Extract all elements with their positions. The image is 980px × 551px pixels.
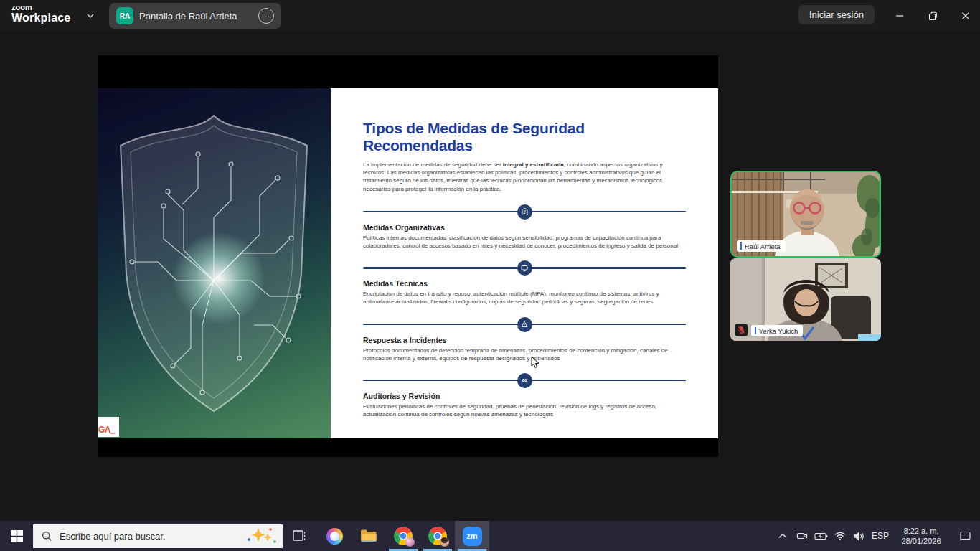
chrome-profile-badge xyxy=(405,537,415,547)
shared-screen: GA_ Tipos de Medidas de Seguridad Recome… xyxy=(98,55,718,457)
clipboard-icon xyxy=(517,204,532,220)
minimize-button[interactable] xyxy=(884,0,915,32)
meet-now-camera-icon[interactable] xyxy=(792,521,811,551)
bing-sparkle-icon xyxy=(245,527,277,545)
ga-logo-text: GA_ xyxy=(98,425,115,435)
clock-time: 8:22 a. m. xyxy=(904,526,939,536)
slide-content: Tipos de Medidas de Seguridad Recomendad… xyxy=(331,88,718,438)
section-body: Políticas internas documentadas, clasifi… xyxy=(363,234,686,250)
close-button[interactable] xyxy=(950,0,980,32)
windows-taskbar: zm ESP 8: xyxy=(0,521,980,551)
video-tile-yerka[interactable]: Yerka Yukich xyxy=(730,258,881,341)
section-divider xyxy=(363,260,686,276)
chrome-profile-badge xyxy=(440,537,449,547)
search-icon xyxy=(42,531,52,542)
section-divider: ∞ xyxy=(363,373,686,388)
avatar: RA xyxy=(116,7,133,24)
section-heading: Respuesta a Incidentes xyxy=(363,336,686,344)
section-heading: Auditorías y Revisión xyxy=(363,392,686,400)
file-explorer-icon[interactable] xyxy=(352,521,386,551)
video-tile-raul[interactable]: Raúl Arrieta xyxy=(730,171,881,258)
taskbar-search[interactable] xyxy=(33,524,283,548)
titlebar: zoom Workplace RA Pantalla de Raúl Arrie… xyxy=(0,0,980,32)
monitor-icon xyxy=(517,260,532,276)
chrome-profile-2-icon[interactable] xyxy=(420,521,455,551)
section-heading: Medidas Técnicas xyxy=(363,279,686,288)
hidden-icons-chevron[interactable] xyxy=(773,521,792,551)
section-body: Encriptación de datos en tránsito y repo… xyxy=(363,290,686,306)
name-accent-bar xyxy=(755,327,756,334)
start-button[interactable] xyxy=(0,521,33,551)
presentation-slide: GA_ Tipos de Medidas de Seguridad Recome… xyxy=(98,88,718,438)
participant-name-label: Yerka Yukich xyxy=(751,325,803,336)
section-heading: Medidas Organizativas xyxy=(363,223,686,232)
brand-bottom: Workplace xyxy=(11,12,70,24)
volume-icon[interactable] xyxy=(849,521,868,551)
participant-videos-panel: Raúl Arrieta xyxy=(730,171,881,341)
shield-artwork: GA_ xyxy=(98,88,331,438)
chevron-down-icon[interactable] xyxy=(86,10,95,19)
participant-name: Raúl Arrieta xyxy=(745,242,781,250)
mic-muted-icon xyxy=(735,324,748,336)
meeting-content-area: GA_ Tipos de Medidas de Seguridad Recome… xyxy=(0,32,980,521)
infinity-icon: ∞ xyxy=(517,373,532,388)
search-input[interactable] xyxy=(60,531,238,542)
mouse-cursor xyxy=(531,356,540,372)
alert-icon xyxy=(517,317,532,332)
section-body: Protocolos documentados de detección tem… xyxy=(363,347,686,362)
meeting-tab-title: Pantalla de Raúl Arrieta xyxy=(139,11,253,22)
brand-top: zoom xyxy=(11,4,70,12)
slide-intro: La implementación de medidas de segurida… xyxy=(363,161,686,193)
restore-button[interactable] xyxy=(917,0,948,32)
zoom-workplace-logo: zoom Workplace xyxy=(11,4,70,24)
ga-logo: GA_ xyxy=(98,417,119,437)
clock-date: 28/01/2026 xyxy=(901,536,941,546)
notification-center-icon[interactable] xyxy=(950,521,980,551)
slide-title: Tipos de Medidas de Seguridad Recomendad… xyxy=(363,120,686,154)
ellipsis-icon[interactable]: ... xyxy=(258,8,274,24)
participant-name: Yerka Yukich xyxy=(759,327,798,335)
participant-name-label: Raúl Arrieta xyxy=(737,240,786,252)
task-view-button[interactable] xyxy=(283,521,317,551)
language-indicator[interactable]: ESP xyxy=(868,521,892,551)
sign-in-button[interactable]: Iniciar sesión xyxy=(798,5,875,24)
chrome-profile-1-icon[interactable] xyxy=(386,521,420,551)
section-divider xyxy=(363,317,686,332)
zoom-workplace-window: zoom Workplace RA Pantalla de Raúl Arrie… xyxy=(0,0,980,551)
name-accent-bar xyxy=(740,242,742,250)
shield-glow xyxy=(172,232,265,325)
zoom-app-icon[interactable]: zm xyxy=(455,521,489,551)
meeting-tab[interactable]: RA Pantalla de Raúl Arrieta ... xyxy=(109,3,281,29)
wifi-icon[interactable] xyxy=(831,521,849,551)
section-divider xyxy=(363,204,686,220)
taskbar-clock[interactable]: 8:22 a. m. 28/01/2026 xyxy=(892,521,950,551)
section-body: Evaluaciones periódicas de controles de … xyxy=(363,402,686,418)
copilot-icon[interactable] xyxy=(317,521,352,551)
battery-icon[interactable] xyxy=(811,521,831,551)
